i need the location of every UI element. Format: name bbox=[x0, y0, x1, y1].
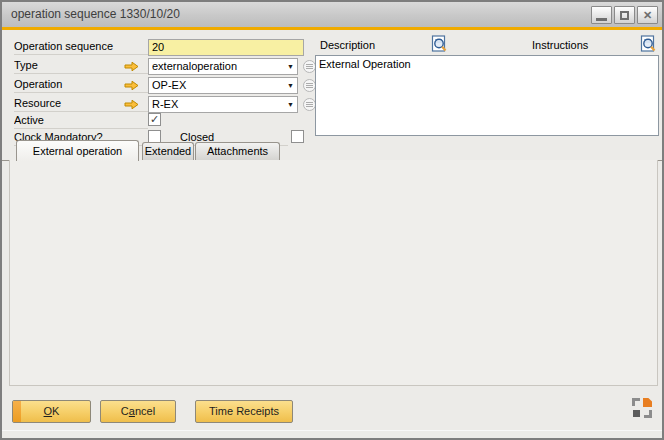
tab-extended[interactable]: Extended bbox=[142, 142, 194, 160]
link-arrow-icon[interactable] bbox=[124, 80, 139, 91]
grip-square-dark bbox=[633, 410, 640, 417]
description-textarea[interactable]: External Operation bbox=[315, 55, 659, 136]
grip-corner-tl bbox=[632, 398, 640, 406]
resource-value: R-EX bbox=[152, 98, 294, 111]
default-button-accent bbox=[13, 401, 21, 422]
type-value: externaloperation bbox=[152, 60, 294, 73]
active-checkbox[interactable]: ✓ bbox=[148, 113, 161, 126]
minimize-button[interactable] bbox=[591, 6, 612, 24]
ok-button[interactable]: OK bbox=[12, 400, 91, 423]
closed-checkbox[interactable] bbox=[291, 130, 304, 143]
operation-sequence-dialog: operation sequence 1330/10/20 ✕ Operatio… bbox=[0, 0, 664, 440]
bottom-inner-border bbox=[2, 430, 662, 431]
maximize-icon bbox=[620, 11, 629, 20]
operation-value: OP-EX bbox=[152, 79, 294, 92]
form-resize-grip-icon[interactable] bbox=[632, 398, 652, 418]
check-icon: ✓ bbox=[150, 114, 159, 125]
resource-combo[interactable]: R-EX ▼ bbox=[148, 96, 298, 113]
chevron-down-icon: ▼ bbox=[287, 63, 294, 70]
expand-editor-icon[interactable] bbox=[431, 35, 448, 53]
link-arrow-icon[interactable] bbox=[124, 99, 139, 110]
grip-page-orange bbox=[643, 398, 652, 407]
link-arrow-icon[interactable] bbox=[124, 61, 139, 72]
grip-corner-br bbox=[644, 410, 652, 418]
brand-accent-line bbox=[2, 27, 662, 30]
tab-attachments[interactable]: Attachments bbox=[195, 142, 280, 160]
operation-sequence-label: Operation sequence bbox=[14, 40, 148, 55]
minimize-icon bbox=[596, 18, 607, 21]
operation-combo[interactable]: OP-EX ▼ bbox=[148, 77, 298, 94]
instructions-label: Instructions bbox=[532, 39, 632, 54]
maximize-button[interactable] bbox=[614, 6, 635, 24]
list-icon bbox=[306, 85, 313, 86]
list-icon bbox=[306, 104, 313, 105]
description-label: Description bbox=[320, 39, 420, 54]
active-label: Active bbox=[14, 114, 148, 129]
type-combo[interactable]: externaloperation ▼ bbox=[148, 58, 298, 75]
close-icon: ✕ bbox=[643, 10, 652, 21]
list-icon bbox=[306, 66, 313, 67]
chevron-down-icon: ▼ bbox=[287, 82, 294, 89]
tab-external-operation[interactable]: External operation bbox=[16, 140, 139, 161]
external-operation-panel bbox=[9, 160, 658, 386]
window-title: operation sequence 1330/10/20 bbox=[11, 7, 180, 21]
time-receipts-button[interactable]: Time Receipts bbox=[195, 400, 293, 423]
operation-sequence-input[interactable]: 20 bbox=[148, 39, 304, 56]
chevron-down-icon: ▼ bbox=[287, 101, 294, 108]
cancel-button[interactable]: Cancel bbox=[100, 400, 176, 423]
close-button[interactable]: ✕ bbox=[637, 6, 658, 24]
title-bar[interactable]: operation sequence 1330/10/20 bbox=[2, 2, 662, 27]
expand-editor-icon[interactable] bbox=[640, 35, 657, 53]
